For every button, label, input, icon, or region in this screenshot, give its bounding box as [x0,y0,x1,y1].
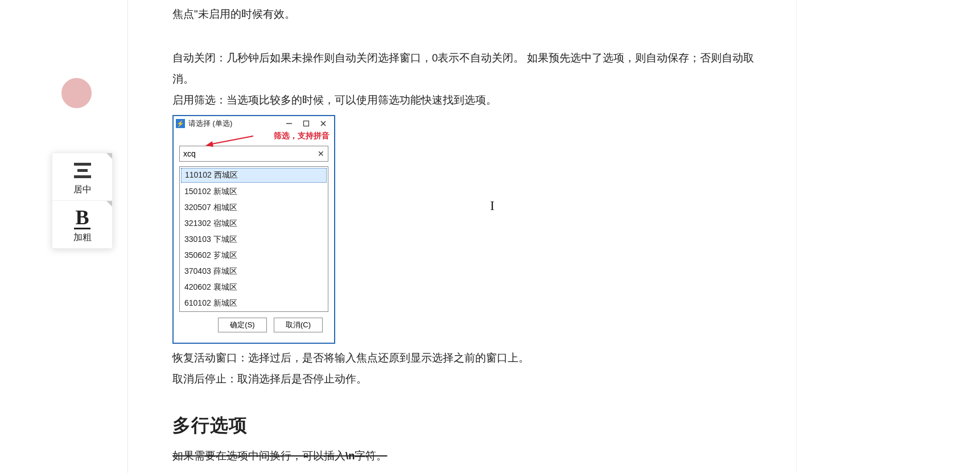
strike-part-b: \n [345,450,355,462]
strike-part-c: 字符。 [355,450,387,462]
decorative-dot [61,78,92,108]
paragraph-strike: 如果需要在选项中间换行，可以插入\n字符。 [172,445,776,466]
close-icon [320,120,327,127]
floating-toolbar: 居中 B 加粗 [52,153,113,249]
paragraph-autoclose: 自动关闭：几秒钟后如果未操作则自动关闭选择窗口，0表示不自动关闭。 如果预先选中… [172,47,776,89]
align-center-button[interactable]: 居中 [52,153,112,200]
options-listbox[interactable]: 110102 西城区 150102 新城区 320507 相城区 321302 … [179,166,328,312]
list-item[interactable]: 150102 新城区 [180,184,328,200]
paragraph-fragment: 焦点"未启用的时候有效。 [172,3,776,24]
ok-button[interactable]: 确定(S) [218,318,267,332]
list-item[interactable]: 110102 西城区 [181,168,327,183]
dialog-titlebar: ⚡ 请选择 (单选) [174,116,334,131]
filter-input[interactable] [180,149,314,158]
list-item[interactable]: 610102 新城区 [180,295,328,311]
align-center-icon [74,159,91,182]
maximize-icon [303,120,310,127]
list-item[interactable]: 320507 相城区 [180,200,328,216]
select-dialog: ⚡ 请选择 (单选) 筛选，支持拼音 [172,115,335,344]
dogear-icon [106,201,112,207]
paragraph-stop: 取消后停止：取消选择后是否停止动作。 [172,368,776,389]
clear-filter-button[interactable]: ✕ [314,149,328,158]
list-item[interactable]: 321302 宿城区 [180,216,328,232]
dialog-button-row: 确定(S) 取消(C) [179,312,328,338]
dialog-illustration: ⚡ 请选择 (单选) 筛选，支持拼音 [172,115,776,344]
callout-arrow-icon [205,134,254,147]
bold-button[interactable]: B 加粗 [52,200,112,248]
maximize-button[interactable] [298,118,315,129]
svg-line-4 [209,136,253,145]
list-item[interactable]: 420602 襄城区 [180,279,328,295]
list-item[interactable]: 370403 薛城区 [180,264,328,279]
close-button[interactable] [315,118,332,129]
bold-label: 加粗 [73,232,92,244]
app-icon: ⚡ [176,119,185,128]
cancel-button[interactable]: 取消(C) [274,318,323,332]
list-item[interactable]: 350602 芗城区 [180,248,328,264]
text-cursor-icon: I [490,198,495,213]
dogear-icon [106,153,112,159]
minimize-icon [286,120,293,127]
svg-rect-1 [304,121,309,126]
filter-input-row: ✕ [179,146,328,162]
page-right-divider [796,0,797,473]
strike-part-a: 如果需要在选项中间换行，可以插入 [172,450,345,462]
heading-multiline: 多行选项 [172,413,776,438]
document-body: 焦点"未启用的时候有效。 自动关闭：几秒钟后如果未操作则自动关闭选择窗口，0表示… [172,0,776,466]
align-center-label: 居中 [73,184,92,196]
paragraph-filter: 启用筛选：当选项比较多的时候，可以使用筛选功能快速找到选项。 [172,89,776,110]
page-left-divider [127,0,128,473]
paragraph-restore: 恢复活动窗口：选择过后，是否将输入焦点还原到显示选择之前的窗口上。 [172,347,776,368]
dialog-title: 请选择 (单选) [188,118,232,129]
svg-marker-5 [205,141,213,147]
list-item[interactable]: 330103 下城区 [180,232,328,248]
bold-icon: B [74,207,90,229]
minimize-button[interactable] [281,118,298,129]
callout-text: 筛选，支持拼音 [274,131,330,141]
